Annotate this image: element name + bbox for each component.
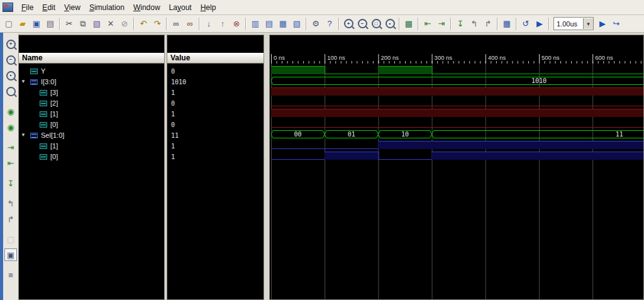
zoom-cursor-tool[interactable] (4, 85, 17, 97)
snapshot-button[interactable]: ▩ (402, 17, 416, 31)
restart-button[interactable]: ↺ (519, 17, 533, 31)
panel-splitter[interactable] (264, 35, 269, 300)
sim-time-combo[interactable]: 1.00us▾ (553, 17, 594, 30)
signal-row-2-3[interactable]: [3] (19, 87, 164, 98)
zoom-out-tool[interactable]: − (4, 53, 17, 66)
zoom-in-button[interactable]: + (341, 17, 355, 31)
menu-window[interactable]: Window (129, 1, 165, 14)
console-button[interactable]: ≡ (4, 269, 17, 281)
cut-button[interactable]: ✂ (62, 17, 76, 31)
float-panel-button[interactable]: ▢ (4, 233, 17, 245)
sim-time-value[interactable]: 1.00us (554, 20, 583, 28)
menu-help[interactable]: Help (196, 1, 221, 14)
toolbar-separator (306, 18, 307, 30)
undo-button[interactable]: ↶ (136, 17, 150, 31)
name-rows: Y▼I[3:0][3][2][1][0]▼Sel[1:0][1][0] (19, 35, 164, 299)
signal-row-6-sel10[interactable]: ▼Sel[1:0] (19, 130, 164, 141)
zoom-full-button[interactable]: • (383, 17, 397, 31)
expander-icon[interactable]: ▼ (21, 79, 26, 84)
signal-value-row-5[interactable]: 0 (167, 119, 264, 130)
delete-button[interactable]: ✕ (104, 17, 118, 31)
redo-button[interactable]: ↷ (150, 17, 164, 31)
bus-signal-icon (30, 133, 38, 138)
wave-high-fill (271, 67, 325, 74)
go-to-sim-end-button[interactable]: ◉ (4, 121, 17, 133)
go-up-button[interactable]: ↑ (216, 17, 230, 31)
next-transition-button[interactable]: ⇥ (435, 17, 448, 31)
disable-button[interactable]: ⊘ (118, 17, 131, 31)
run-all-button[interactable]: ▶ (533, 17, 547, 31)
signal-value-row-1[interactable]: 1010 (167, 77, 264, 87)
goto-cursor-button[interactable]: ↧ (453, 17, 467, 31)
sim-time-dropdown-arrow[interactable]: ▾ (583, 18, 593, 29)
save-button[interactable]: ▣ (30, 17, 43, 31)
menu-view[interactable]: View (60, 1, 85, 14)
signal-value-row-4[interactable]: 1 (167, 109, 264, 119)
signal-row-5-0[interactable]: [0] (19, 119, 164, 130)
copy-button[interactable]: ⧉ (76, 17, 90, 31)
ruler-label: 300 ns (435, 54, 453, 61)
signal-row-1-i30[interactable]: ▼I[3:0] (19, 77, 164, 87)
find-replace-button[interactable]: ∞ (183, 17, 197, 31)
prev-transition-button[interactable]: ⇤ (421, 17, 435, 31)
signal-value-row-3[interactable]: 0 (167, 98, 264, 109)
zoom-in-tool[interactable]: + (4, 38, 17, 50)
signal-value-row-0[interactable]: 0 (167, 66, 264, 77)
wave-high-fill (271, 109, 643, 117)
zoom-out-button[interactable]: − (355, 17, 369, 31)
bus-value-label: 10 (401, 131, 409, 138)
wrench-icon[interactable]: ⚙ (309, 17, 323, 31)
window-tile-top-button[interactable]: ▤ (262, 17, 276, 31)
menu-file[interactable]: File (17, 1, 38, 14)
expander-icon[interactable]: ▼ (21, 133, 26, 138)
scalar-signal-icon (30, 69, 38, 74)
menu-layout[interactable]: Layout (165, 1, 196, 14)
signal-row-3-2[interactable]: [2] (19, 98, 164, 109)
ruler-label: 400 ns (488, 54, 506, 61)
waveform-canvas[interactable]: 0 ns100 ns200 ns300 ns400 ns500 ns600 ns… (270, 35, 643, 299)
print-button[interactable]: ▤ (43, 17, 57, 31)
signal-value-row-8[interactable]: 1 (167, 152, 264, 162)
zoom-area-button[interactable]: □ (369, 17, 383, 31)
run-for-time-button[interactable]: ▶ (596, 17, 609, 31)
goto-marker-button[interactable]: ↧ (4, 177, 17, 189)
signal-value: 0 (171, 100, 175, 108)
window-float-button[interactable]: ▧ (290, 17, 304, 31)
step-button[interactable]: ↪ (609, 17, 623, 31)
prev-event-button[interactable]: ⇤ (4, 157, 17, 169)
value-panel: Value 0101010101111 (167, 35, 264, 300)
go-to-time-zero-button[interactable]: ◉ (4, 105, 17, 118)
signal-value-row-7[interactable]: 1 (167, 141, 264, 152)
signal-row-0-y[interactable]: Y (19, 66, 164, 77)
signal-value: 1 (171, 143, 175, 150)
signal-row-8-0[interactable]: [0] (19, 152, 164, 162)
menu-simulation[interactable]: Simulation (85, 1, 129, 14)
context-help-button[interactable]: ? (323, 17, 336, 31)
app-icon (3, 3, 13, 12)
toolbar-separator (166, 18, 167, 30)
next-view-button[interactable]: ↱ (4, 213, 17, 225)
paste-button[interactable]: ▧ (90, 17, 104, 31)
menu-edit[interactable]: Edit (38, 1, 60, 14)
stop-button[interactable]: ⊗ (230, 17, 243, 31)
zoom-full-tool[interactable]: • (4, 69, 17, 82)
dock-panel-button[interactable]: ▣ (4, 248, 17, 261)
open-file-button[interactable]: ▰ (16, 17, 30, 31)
prev-view-button[interactable]: ↰ (4, 197, 17, 209)
swap-next-button[interactable]: ↱ (481, 17, 495, 31)
bus-value-label: 1010 (531, 77, 547, 84)
window-tile-left-button[interactable]: ▥ (248, 17, 262, 31)
window-grid-button[interactable]: ▦ (276, 17, 290, 31)
next-event-button[interactable]: ⇥ (4, 141, 17, 153)
signal-row-7-1[interactable]: [1] (19, 141, 164, 152)
go-down-button[interactable]: ↓ (202, 17, 216, 31)
find-button[interactable]: ∞ (169, 17, 183, 31)
signal-value-row-2[interactable]: 1 (167, 87, 264, 98)
scalar-signal-icon (40, 90, 47, 96)
swap-prev-button[interactable]: ↰ (467, 17, 481, 31)
wave-panel[interactable]: 0 ns100 ns200 ns300 ns400 ns500 ns600 ns… (269, 35, 644, 300)
new-file-button[interactable]: ▢ (2, 17, 16, 31)
toggle-ruler-button[interactable]: ▦ (500, 17, 514, 31)
signal-row-4-1[interactable]: [1] (19, 109, 164, 119)
signal-value-row-6[interactable]: 11 (167, 130, 264, 141)
